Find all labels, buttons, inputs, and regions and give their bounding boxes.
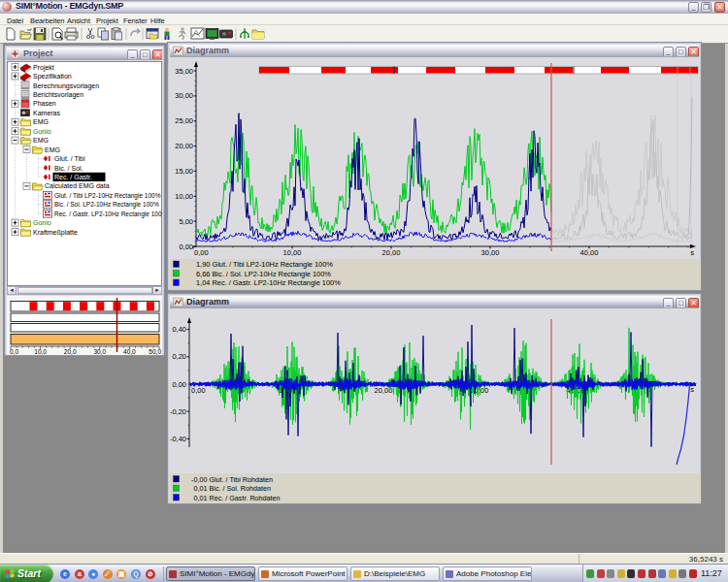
svg-text:0,0: 0,0 (10, 348, 18, 355)
svg-text:-0,40: -0,40 (170, 435, 186, 443)
svg-text:0,01 Rec. / Gastr. Rohdaten: 0,01 Rec. / Gastr. Rohdaten (194, 494, 281, 502)
svg-text:s: s (690, 248, 694, 257)
svg-text:Gonio: Gonio (33, 128, 51, 135)
svg-text:30,0: 30,0 (93, 348, 106, 355)
svg-text:EMG: EMG (45, 146, 60, 153)
svg-text:0,00: 0,00 (179, 242, 193, 251)
svg-text:Bic. / Sol.: Bic. / Sol. (54, 165, 83, 172)
svg-text:Rec. / Gastr.: Rec. / Gastr. (54, 174, 92, 180)
svg-text:40,0: 40,0 (123, 348, 136, 355)
svg-text:30,00: 30,00 (481, 248, 500, 257)
svg-text:0,00: 0,00 (172, 380, 186, 389)
svg-text:EMG: EMG (33, 137, 49, 144)
svg-text:Kameras: Kameras (33, 110, 61, 116)
svg-text:0,01 Bic. / Sol. Rohdaten: 0,01 Bic. / Sol. Rohdaten (194, 484, 272, 493)
svg-text:Gonio: Gonio (33, 219, 51, 226)
svg-text:40,00: 40,00 (580, 248, 599, 257)
svg-text:s: s (690, 385, 694, 394)
svg-text:Bic. / Sol. LP2-10Hz Rectangle: Bic. / Sol. LP2-10Hz Rectangle 100% (54, 201, 159, 209)
svg-text:Rec. / Gastr. LP2-10Hz Rectang: Rec. / Gastr. LP2-10Hz Rectangle 100% (54, 210, 162, 218)
svg-text:0,00: 0,00 (194, 248, 209, 257)
svg-text:15,00: 15,00 (175, 167, 193, 176)
svg-text:20,00: 20,00 (382, 248, 401, 257)
svg-text:Kraftmeßplatte: Kraftmeßplatte (33, 229, 78, 237)
svg-text:35,00: 35,00 (175, 67, 193, 76)
svg-text:10,00: 10,00 (175, 192, 193, 201)
svg-text:1,04 Rec. / Gastr. LP2-10Hz Re: 1,04 Rec. / Gastr. LP2-10Hz Rectangle 10… (196, 278, 341, 287)
svg-text:10,0: 10,0 (34, 348, 47, 355)
svg-text:50,0: 50,0 (149, 348, 161, 355)
svg-text:0,40: 0,40 (172, 325, 186, 334)
svg-text:20,0: 20,0 (64, 348, 77, 355)
svg-text:20,00: 20,00 (175, 142, 193, 150)
svg-text:Berechnungsvorlagen: Berechnungsvorlagen (33, 82, 99, 90)
svg-text:Phasen: Phasen (33, 100, 56, 107)
svg-text:-0,00 Glut. / Tibi Rohdaten: -0,00 Glut. / Tibi Rohdaten (191, 475, 273, 484)
svg-text:10,00: 10,00 (283, 248, 302, 257)
svg-text:5,00: 5,00 (179, 217, 193, 226)
svg-text:Glut. / Tibi: Glut. / Tibi (54, 155, 85, 162)
svg-text:Projekt: Projekt (33, 64, 54, 72)
svg-text:EMG: EMG (33, 118, 49, 125)
svg-text:25,00: 25,00 (175, 116, 193, 125)
svg-text:6,66 Bic. / Sol. LP2-10Hz Rect: 6,66 Bic. / Sol. LP2-10Hz Rectangle 100% (196, 270, 331, 278)
svg-text:Berichtsvorlagen: Berichtsvorlagen (33, 91, 83, 99)
svg-text:Calculated EMG data: Calculated EMG data (45, 182, 110, 189)
svg-text:-0,20: -0,20 (170, 407, 186, 416)
svg-text:Glut. / Tibi LP2-10Hz Rectangl: Glut. / Tibi LP2-10Hz Rectangle 100% (54, 192, 161, 200)
svg-text:0,20: 0,20 (172, 352, 186, 361)
svg-text:30,00: 30,00 (175, 91, 193, 100)
svg-text:1,90 Glut. / Tibi LP2-10Hz Rec: 1,90 Glut. / Tibi LP2-10Hz Rectangle 100… (196, 260, 333, 269)
svg-text:0,00: 0,00 (191, 386, 206, 395)
svg-text:Spezifikation: Spezifikation (33, 73, 72, 81)
